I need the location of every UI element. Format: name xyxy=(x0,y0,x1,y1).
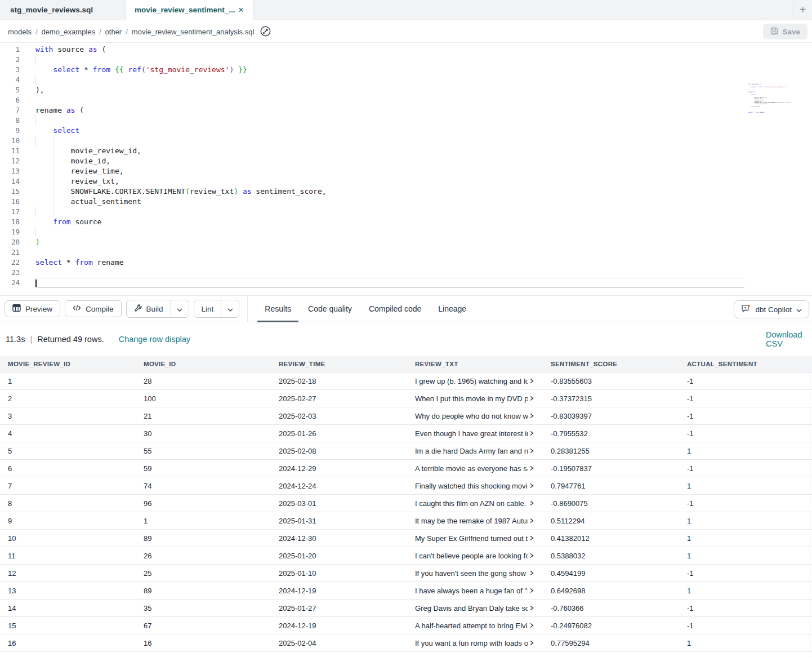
code-line[interactable]: 3 select * from {{ ref('stg_movie_review… xyxy=(0,65,812,75)
expand-cell-icon[interactable] xyxy=(529,553,534,558)
breadcrumb-bar: models/demo_examples/other/movie_review_… xyxy=(0,20,812,43)
expand-cell-icon[interactable] xyxy=(529,640,534,646)
table-cell: -0.83555603 xyxy=(543,372,679,389)
breadcrumb-segment[interactable]: other xyxy=(105,28,122,36)
table-row: 12252025-01-10If you haven't seen the go… xyxy=(0,565,812,582)
code-line[interactable]: 4 xyxy=(0,75,812,85)
table-cell: -1 xyxy=(679,460,812,477)
expand-cell-icon[interactable] xyxy=(529,396,534,401)
expand-cell-icon[interactable] xyxy=(529,623,534,628)
code-line[interactable]: 17 xyxy=(0,207,812,217)
table-cell: 1 xyxy=(679,477,812,494)
expand-cell-icon[interactable] xyxy=(529,605,534,611)
compile-button[interactable]: Compile xyxy=(65,300,122,317)
column-header-movie_id[interactable]: MOVIE_ID xyxy=(136,361,271,367)
results-panel-tab-compiled-code[interactable]: Compiled code xyxy=(362,296,429,322)
table-cell: Even though I have great interest in Bi… xyxy=(407,425,543,442)
code-line[interactable]: 16 actual_sentiment xyxy=(0,197,812,207)
breadcrumb: models/demo_examples/other/movie_review_… xyxy=(8,26,254,37)
code-line[interactable]: 5), xyxy=(0,85,812,95)
table-row: 10892024-12-30My Super Ex Girlfriend tur… xyxy=(0,530,812,547)
dbt-copilot-button[interactable]: dbt Copilot xyxy=(734,300,809,318)
table-cell: 14 xyxy=(0,600,136,616)
expand-cell-icon[interactable] xyxy=(529,570,534,576)
review-text: It may be the remake of 1987 Autumn'… xyxy=(415,517,528,525)
breadcrumb-segment[interactable]: models xyxy=(8,28,32,36)
table-cell: If you haven't seen the gong show TV s… xyxy=(407,565,543,581)
column-header-movie_review_id[interactable]: MOVIE_REVIEW_ID xyxy=(0,361,136,367)
expand-cell-icon[interactable] xyxy=(529,535,534,541)
table-cell: 9 xyxy=(0,512,136,529)
save-button[interactable]: Save xyxy=(763,24,807,39)
lint-dropdown-button[interactable] xyxy=(221,300,239,317)
results-panel-tab-code-quality[interactable]: Code quality xyxy=(301,296,359,322)
code-line[interactable]: 12 movie_id, xyxy=(0,156,812,166)
code-line[interactable]: 21 xyxy=(0,247,812,258)
code-line[interactable]: 1with source as ( xyxy=(0,45,812,55)
code-text: rename as ( xyxy=(35,105,84,116)
code-line[interactable]: 7rename as ( xyxy=(0,105,812,116)
results-panel-tab-results[interactable]: Results xyxy=(257,296,298,322)
preview-button[interactable]: Preview xyxy=(5,300,60,317)
close-tab-icon[interactable]: × xyxy=(238,5,244,15)
code-line[interactable]: 15 SNOWFLAKE.CORTEX.SENTIMENT(review_txt… xyxy=(0,187,812,197)
code-line[interactable]: 19 xyxy=(0,227,812,237)
breadcrumb-segment[interactable]: movie_review_sentiment_analysis.sql xyxy=(132,28,255,36)
code-line[interactable]: 2 xyxy=(0,55,812,65)
lint-button[interactable]: Lint xyxy=(194,300,221,317)
review-text: Finally watched this shocking movie la… xyxy=(415,482,528,490)
line-number: 21 xyxy=(0,247,20,258)
indent-guide xyxy=(35,207,36,217)
table-cell: I caught this film on AZN on cable. It s… xyxy=(407,495,543,512)
code-text: ), xyxy=(35,85,44,95)
new-tab-button[interactable]: + xyxy=(793,0,812,20)
code-line[interactable]: 23 xyxy=(0,268,812,278)
column-header-actual_sentiment[interactable]: ACTUAL_SENTIMENT xyxy=(679,361,812,367)
code-line[interactable]: 20) xyxy=(0,237,812,247)
expand-cell-icon[interactable] xyxy=(529,518,534,523)
code-line[interactable]: 11 movie_review_id, xyxy=(0,146,812,156)
table-cell: 25 xyxy=(136,565,271,581)
expand-cell-icon[interactable] xyxy=(529,465,534,471)
review-text: A half-hearted attempt to bring Elvis P… xyxy=(415,622,528,630)
file-tab-stg-movie-reviews[interactable]: stg_movie_reviews.sql xyxy=(0,0,125,20)
change-row-display-link[interactable]: Change row display xyxy=(119,335,190,344)
expand-cell-icon[interactable] xyxy=(529,500,534,506)
code-line[interactable]: 13 review_time, xyxy=(0,166,812,176)
results-panel-tab-lineage[interactable]: Lineage xyxy=(431,296,474,322)
code-line[interactable]: 14 review_txt, xyxy=(0,176,812,187)
file-tab-movie-review-sentiment[interactable]: movie_review_sentiment_... × xyxy=(125,0,253,20)
table-cell: 2025-02-27 xyxy=(271,390,407,407)
code-line[interactable]: 6 xyxy=(0,95,812,105)
code-line[interactable]: 8 xyxy=(0,116,812,126)
build-dropdown-button[interactable] xyxy=(171,300,189,317)
editor-toolbar: Preview Compile Build xyxy=(0,295,812,322)
column-header-sentiment_score[interactable]: SENTIMENT_SCORE xyxy=(543,361,679,367)
file-navigate-icon[interactable] xyxy=(260,25,271,37)
code-line[interactable]: 10 xyxy=(0,136,812,146)
expand-cell-icon[interactable] xyxy=(529,588,534,593)
table-row: 16162025-02-04If you want a fun romp wit… xyxy=(0,634,812,652)
column-header-review_txt[interactable]: REVIEW_TXT xyxy=(407,361,543,367)
table-cell: I grew up (b. 1965) watching and lovin… xyxy=(407,372,543,389)
table-cell: 100 xyxy=(136,390,271,407)
table-cell: -0.37372315 xyxy=(543,390,679,407)
expand-cell-icon[interactable] xyxy=(529,448,534,454)
download-csv-link[interactable]: Download CSV xyxy=(766,330,812,348)
expand-cell-icon[interactable] xyxy=(529,483,534,489)
breadcrumb-segment[interactable]: demo_examples xyxy=(42,28,95,36)
sql-code-editor[interactable]: 1with source as (23 select * from {{ ref… xyxy=(0,43,812,295)
table-cell: 1 xyxy=(679,582,812,599)
chevron-down-icon xyxy=(177,304,182,314)
code-line[interactable]: 24 xyxy=(0,278,812,288)
build-button[interactable]: Build xyxy=(127,300,171,317)
code-line[interactable]: 22select * from rename xyxy=(0,258,812,268)
expand-cell-icon[interactable] xyxy=(529,378,534,384)
code-line[interactable]: 9 select xyxy=(0,126,812,136)
column-header-review_time[interactable]: REVIEW_TIME xyxy=(271,361,407,367)
expand-cell-icon[interactable] xyxy=(529,413,534,419)
table-cell: 2025-01-31 xyxy=(271,512,407,529)
code-line[interactable]: 18 from source xyxy=(0,217,812,227)
expand-cell-icon[interactable] xyxy=(529,430,534,436)
editor-minimap[interactable]: with source as ( select * from {{ ref('s… xyxy=(748,83,791,116)
